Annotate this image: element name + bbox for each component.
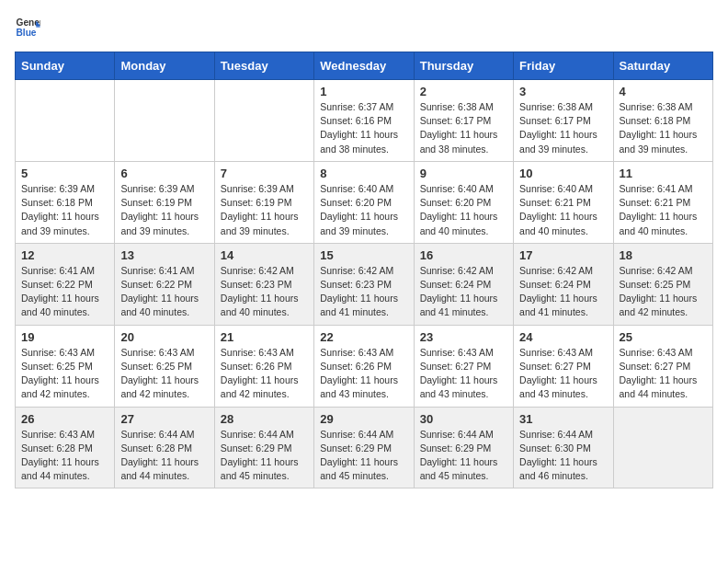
week-row-5: 26Sunrise: 6:43 AM Sunset: 6:28 PM Dayli… [16,407,713,488]
calendar-cell: 15Sunrise: 6:42 AM Sunset: 6:23 PM Dayli… [314,243,414,325]
calendar-cell: 17Sunrise: 6:42 AM Sunset: 6:24 PM Dayli… [514,243,613,325]
day-info: Sunrise: 6:43 AM Sunset: 6:26 PM Dayligh… [320,346,407,402]
col-header-thursday: Thursday [414,52,513,80]
calendar-cell: 31Sunrise: 6:44 AM Sunset: 6:30 PM Dayli… [514,407,613,488]
calendar-cell: 6Sunrise: 6:39 AM Sunset: 6:19 PM Daylig… [115,161,214,243]
day-info: Sunrise: 6:42 AM Sunset: 6:23 PM Dayligh… [320,264,407,320]
calendar-cell: 9Sunrise: 6:40 AM Sunset: 6:20 PM Daylig… [414,161,513,243]
day-number: 6 [120,167,208,180]
calendar-header-row: SundayMondayTuesdayWednesdayThursdayFrid… [16,52,713,80]
col-header-friday: Friday [514,52,613,80]
col-header-wednesday: Wednesday [314,52,414,80]
day-number: 29 [320,412,407,426]
calendar-cell: 29Sunrise: 6:44 AM Sunset: 6:29 PM Dayli… [314,407,414,488]
week-row-2: 5Sunrise: 6:39 AM Sunset: 6:18 PM Daylig… [16,161,713,243]
day-number: 21 [221,330,308,344]
calendar-cell: 26Sunrise: 6:43 AM Sunset: 6:28 PM Dayli… [16,407,115,488]
day-number: 14 [221,248,308,262]
day-number: 10 [519,167,607,180]
day-info: Sunrise: 6:39 AM Sunset: 6:18 PM Dayligh… [21,182,108,238]
day-number: 2 [420,85,507,98]
day-info: Sunrise: 6:40 AM Sunset: 6:20 PM Dayligh… [420,182,507,238]
day-info: Sunrise: 6:38 AM Sunset: 6:17 PM Dayligh… [519,100,607,156]
day-info: Sunrise: 6:43 AM Sunset: 6:26 PM Dayligh… [221,346,308,402]
day-info: Sunrise: 6:44 AM Sunset: 6:29 PM Dayligh… [320,428,407,484]
day-info: Sunrise: 6:40 AM Sunset: 6:20 PM Dayligh… [320,182,407,238]
day-number: 25 [620,330,707,344]
logo: General Blue [15,15,40,40]
day-info: Sunrise: 6:41 AM Sunset: 6:22 PM Dayligh… [120,264,208,320]
day-number: 20 [120,330,208,344]
col-header-tuesday: Tuesday [214,52,313,80]
calendar-cell [115,80,214,162]
col-header-sunday: Sunday [16,52,115,80]
calendar-cell: 14Sunrise: 6:42 AM Sunset: 6:23 PM Dayli… [214,243,313,325]
calendar-cell: 4Sunrise: 6:38 AM Sunset: 6:18 PM Daylig… [613,80,712,162]
day-info: Sunrise: 6:43 AM Sunset: 6:25 PM Dayligh… [120,346,208,402]
day-number: 4 [620,85,707,98]
calendar-cell [613,407,712,488]
day-info: Sunrise: 6:42 AM Sunset: 6:24 PM Dayligh… [420,264,507,320]
day-number: 18 [620,248,707,262]
calendar-cell: 18Sunrise: 6:42 AM Sunset: 6:25 PM Dayli… [613,243,712,325]
calendar-cell: 11Sunrise: 6:41 AM Sunset: 6:21 PM Dayli… [613,161,712,243]
day-info: Sunrise: 6:42 AM Sunset: 6:23 PM Dayligh… [221,264,308,320]
day-number: 7 [221,167,308,180]
calendar-cell: 12Sunrise: 6:41 AM Sunset: 6:22 PM Dayli… [16,243,115,325]
day-info: Sunrise: 6:43 AM Sunset: 6:25 PM Dayligh… [21,346,108,402]
calendar-cell [214,80,313,162]
day-info: Sunrise: 6:37 AM Sunset: 6:16 PM Dayligh… [320,100,407,156]
calendar-cell: 8Sunrise: 6:40 AM Sunset: 6:20 PM Daylig… [314,161,414,243]
day-number: 16 [420,248,507,262]
calendar-cell: 23Sunrise: 6:43 AM Sunset: 6:27 PM Dayli… [414,325,513,407]
day-info: Sunrise: 6:41 AM Sunset: 6:22 PM Dayligh… [21,264,108,320]
day-info: Sunrise: 6:43 AM Sunset: 6:27 PM Dayligh… [420,346,507,402]
day-info: Sunrise: 6:44 AM Sunset: 6:29 PM Dayligh… [221,428,308,484]
day-info: Sunrise: 6:38 AM Sunset: 6:17 PM Dayligh… [420,100,507,156]
calendar-cell: 5Sunrise: 6:39 AM Sunset: 6:18 PM Daylig… [16,161,115,243]
day-number: 3 [519,85,607,98]
day-number: 5 [21,167,108,180]
calendar-cell [16,80,115,162]
logo-icon: General Blue [15,15,40,40]
calendar-cell: 10Sunrise: 6:40 AM Sunset: 6:21 PM Dayli… [514,161,613,243]
day-info: Sunrise: 6:42 AM Sunset: 6:25 PM Dayligh… [620,264,707,320]
day-number: 26 [21,412,108,426]
day-info: Sunrise: 6:39 AM Sunset: 6:19 PM Dayligh… [120,182,208,238]
calendar-cell: 13Sunrise: 6:41 AM Sunset: 6:22 PM Dayli… [115,243,214,325]
calendar-cell: 1Sunrise: 6:37 AM Sunset: 6:16 PM Daylig… [314,80,414,162]
week-row-3: 12Sunrise: 6:41 AM Sunset: 6:22 PM Dayli… [16,243,713,325]
day-info: Sunrise: 6:43 AM Sunset: 6:27 PM Dayligh… [519,346,607,402]
day-number: 13 [120,248,208,262]
day-info: Sunrise: 6:43 AM Sunset: 6:28 PM Dayligh… [21,428,108,484]
day-number: 23 [420,330,507,344]
calendar-cell: 7Sunrise: 6:39 AM Sunset: 6:19 PM Daylig… [214,161,313,243]
day-number: 30 [420,412,507,426]
col-header-saturday: Saturday [613,52,712,80]
day-info: Sunrise: 6:44 AM Sunset: 6:30 PM Dayligh… [519,428,607,484]
day-info: Sunrise: 6:41 AM Sunset: 6:21 PM Dayligh… [620,182,707,238]
week-row-4: 19Sunrise: 6:43 AM Sunset: 6:25 PM Dayli… [16,325,713,407]
day-number: 24 [519,330,607,344]
day-number: 19 [21,330,108,344]
day-number: 1 [320,85,407,98]
calendar-cell: 21Sunrise: 6:43 AM Sunset: 6:26 PM Dayli… [214,325,313,407]
calendar-cell: 24Sunrise: 6:43 AM Sunset: 6:27 PM Dayli… [514,325,613,407]
col-header-monday: Monday [115,52,214,80]
calendar-cell: 22Sunrise: 6:43 AM Sunset: 6:26 PM Dayli… [314,325,414,407]
calendar-cell: 19Sunrise: 6:43 AM Sunset: 6:25 PM Dayli… [16,325,115,407]
calendar-cell: 20Sunrise: 6:43 AM Sunset: 6:25 PM Dayli… [115,325,214,407]
day-number: 15 [320,248,407,262]
day-number: 8 [320,167,407,180]
day-number: 9 [420,167,507,180]
day-number: 28 [221,412,308,426]
page-header: General Blue [15,15,713,40]
svg-text:Blue: Blue [17,28,37,38]
calendar-cell: 2Sunrise: 6:38 AM Sunset: 6:17 PM Daylig… [414,80,513,162]
day-number: 27 [120,412,208,426]
day-number: 11 [620,167,707,180]
day-info: Sunrise: 6:38 AM Sunset: 6:18 PM Dayligh… [620,100,707,156]
day-number: 22 [320,330,407,344]
calendar-cell: 16Sunrise: 6:42 AM Sunset: 6:24 PM Dayli… [414,243,513,325]
day-number: 17 [519,248,607,262]
